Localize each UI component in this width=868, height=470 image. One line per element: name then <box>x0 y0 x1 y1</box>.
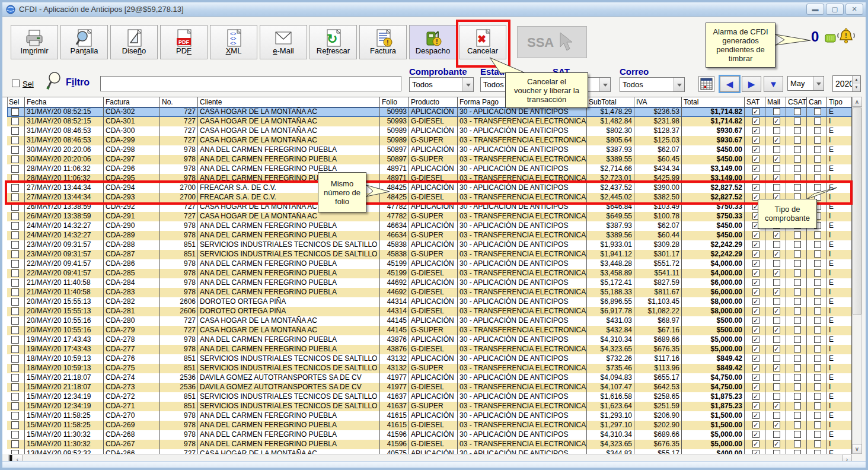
comprobante-select[interactable]: Todos <box>409 77 474 92</box>
row-select-cell[interactable] <box>7 212 25 221</box>
table-row[interactable]: 24/MAY/20 14:32:27CDA-290978ANA DEL CARM… <box>7 221 852 231</box>
row-select-cell[interactable] <box>7 449 25 454</box>
row-select-cell[interactable] <box>7 364 25 373</box>
row-select-checkbox[interactable] <box>11 421 19 429</box>
row-select-checkbox[interactable] <box>11 155 19 163</box>
column-header-can[interactable]: Can <box>807 97 827 107</box>
row-select-checkbox[interactable] <box>11 288 19 296</box>
chevron-down-icon[interactable] <box>813 77 824 90</box>
scroll-down-icon[interactable]: ∨ <box>852 444 862 454</box>
row-select-checkbox[interactable] <box>11 317 19 325</box>
email-button[interactable]: e-Mail <box>260 25 307 59</box>
row-select-checkbox[interactable] <box>11 345 19 353</box>
table-row[interactable]: 30/MAY/20 20:20:06CDA-297978ANA DEL CARM… <box>7 155 852 164</box>
refrescar-button[interactable]: ↻Refrescar <box>309 25 357 59</box>
row-select-checkbox[interactable] <box>11 184 19 192</box>
row-select-checkbox[interactable] <box>11 260 19 268</box>
row-select-cell[interactable] <box>7 164 25 174</box>
imprimir-button[interactable]: Imprimir <box>11 25 58 59</box>
factura-button[interactable]: !Factura <box>359 25 407 59</box>
row-select-cell[interactable] <box>7 307 25 316</box>
column-header-subtotal[interactable]: SubTotal <box>587 97 634 107</box>
row-select-checkbox[interactable] <box>11 127 19 135</box>
row-select-cell[interactable] <box>7 269 25 278</box>
row-select-cell[interactable] <box>7 440 25 449</box>
row-select-cell[interactable] <box>7 326 25 335</box>
row-select-cell[interactable] <box>7 183 25 193</box>
row-select-cell[interactable] <box>7 259 25 269</box>
next-month-button[interactable]: ▶ <box>742 76 761 92</box>
row-select-cell[interactable] <box>7 126 25 136</box>
table-row[interactable]: 30/MAY/20 20:20:06CDA-298978ANA DEL CARM… <box>7 145 852 155</box>
filter-input[interactable] <box>100 76 401 91</box>
row-select-cell[interactable] <box>7 136 25 145</box>
table-row[interactable]: 15/MAY/20 11:30:32CDA-268978ANA DEL CARM… <box>7 430 852 440</box>
table-row[interactable]: 23/MAY/20 09:31:57CDA-288851SERVICIOS IN… <box>7 240 852 250</box>
row-select-checkbox[interactable] <box>11 412 19 420</box>
row-select-checkbox[interactable] <box>11 307 19 315</box>
row-select-cell[interactable] <box>7 278 25 288</box>
row-select-cell[interactable] <box>7 316 25 326</box>
table-row[interactable]: 31/MAY/20 08:46:53CDA-300727CASA HOGAR D… <box>7 126 852 136</box>
table-row[interactable]: 20/MAY/20 10:55:16CDA-280727CASA HOGAR D… <box>7 316 852 326</box>
year-spinner[interactable]: 2020 ▲▼ <box>832 75 861 92</box>
table-row[interactable]: 19/MAY/20 17:43:43CDA-278978ANA DEL CARM… <box>7 335 852 345</box>
row-select-checkbox[interactable] <box>11 279 19 287</box>
spin-down-icon[interactable]: ▼ <box>853 84 860 91</box>
table-row[interactable]: 15/MAY/20 11:58:25CDA-270978ANA DEL CARM… <box>7 411 852 421</box>
row-select-checkbox[interactable] <box>11 355 19 363</box>
alarm-bell-icon[interactable]: ! <box>836 27 856 45</box>
table-row[interactable]: 24/MAY/20 14:32:27CDA-289978ANA DEL CARM… <box>7 231 852 240</box>
correo-select[interactable]: Todos <box>620 77 685 92</box>
column-header-mail[interactable]: Mail <box>765 97 786 107</box>
row-select-checkbox[interactable] <box>11 298 19 306</box>
column-header-factura[interactable]: Factura <box>104 97 160 107</box>
calendar-button[interactable] <box>698 76 714 92</box>
table-row[interactable]: 15/MAY/20 12:34:19CDA-272851SERVICIOS IN… <box>7 392 852 402</box>
despacho-button[interactable]: !Despacho <box>409 25 457 59</box>
column-header-tipo[interactable]: Tipo <box>827 97 852 107</box>
row-select-checkbox[interactable] <box>11 393 19 401</box>
row-select-cell[interactable] <box>7 354 25 364</box>
spin-up-icon[interactable]: ▲ <box>853 76 860 84</box>
row-select-checkbox[interactable] <box>11 431 19 439</box>
chevron-down-icon[interactable] <box>462 78 473 91</box>
row-select-cell[interactable] <box>7 421 25 430</box>
table-row[interactable]: 21/MAY/20 11:40:58CDA-283978ANA DEL CARM… <box>7 288 852 297</box>
go-down-button[interactable]: ▼ <box>764 76 783 92</box>
row-select-cell[interactable] <box>7 383 25 392</box>
column-header-fecha[interactable]: Fecha <box>25 97 104 107</box>
table-row[interactable]: 20/MAY/20 15:55:13CDA-2822606DOROTEO ORT… <box>7 297 852 307</box>
prev-month-button[interactable]: ◀ <box>720 76 739 92</box>
table-row[interactable]: 19/MAY/20 17:43:43CDA-277978ANA DEL CARM… <box>7 345 852 354</box>
table-row[interactable]: 15/MAY/20 11:30:32CDA-267978ANA DEL CARM… <box>7 440 852 449</box>
vertical-scrollbar[interactable]: ∧ ∨ <box>852 97 862 454</box>
row-select-checkbox[interactable] <box>11 364 19 372</box>
column-header-total[interactable]: Total <box>682 97 745 107</box>
row-select-cell[interactable] <box>7 117 25 126</box>
row-select-cell[interactable] <box>7 107 25 117</box>
column-header-sat[interactable]: SAT <box>745 97 765 107</box>
row-select-checkbox[interactable] <box>11 374 19 382</box>
table-row[interactable]: 27/MAY/20 13:44:34CDA-2942700FREACAR S.A… <box>7 183 852 193</box>
xml-button[interactable]: <><><>XML <box>210 25 257 59</box>
table-row[interactable]: 15/MAY/20 11:58:25CDA-269978ANA DEL CARM… <box>7 421 852 430</box>
column-header-cliente[interactable]: Cliente <box>198 97 380 107</box>
diseo-button[interactable]: Diseño <box>110 25 158 59</box>
row-select-checkbox[interactable] <box>11 193 19 201</box>
table-row[interactable]: 15/MAY/20 12:34:19CDA-271851SERVICIOS IN… <box>7 402 852 411</box>
table-row[interactable]: 22/MAY/20 09:41:57CDA-285978ANA DEL CARM… <box>7 269 852 278</box>
row-select-checkbox[interactable] <box>11 222 19 230</box>
chevron-down-icon[interactable] <box>674 78 684 91</box>
column-header-producto[interactable]: Producto <box>409 97 458 107</box>
row-select-cell[interactable] <box>7 145 25 155</box>
row-select-cell[interactable] <box>7 221 25 231</box>
row-select-checkbox[interactable] <box>11 108 19 116</box>
row-select-cell[interactable] <box>7 174 25 183</box>
table-row[interactable]: 31/MAY/20 08:52:15CDA-302727CASA HOGAR D… <box>7 107 852 117</box>
row-select-checkbox[interactable] <box>11 269 19 277</box>
column-header-sel[interactable]: Sel <box>7 97 25 107</box>
row-select-checkbox[interactable] <box>11 402 19 410</box>
table-row[interactable]: 18/MAY/20 10:59:13CDA-275851SERVICIOS IN… <box>7 364 852 373</box>
row-select-cell[interactable] <box>7 288 25 297</box>
